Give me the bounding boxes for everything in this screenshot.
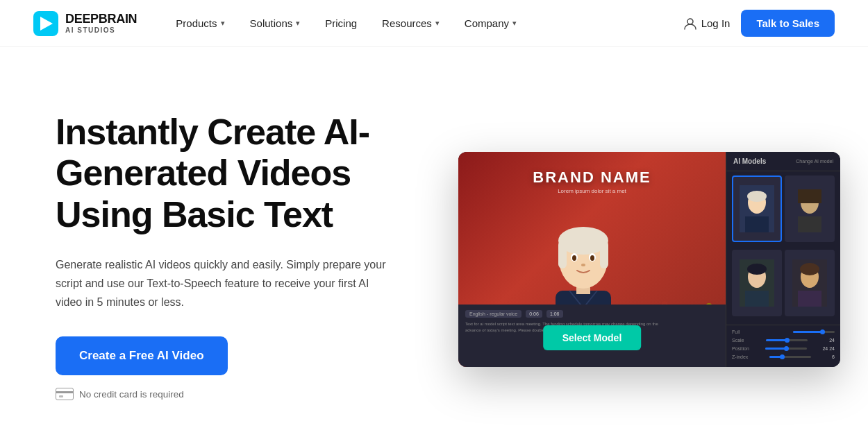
login-button[interactable]: Log In [683,17,731,31]
panel-title: AI Models [733,157,766,165]
nav-item-resources[interactable]: Resources ▾ [371,12,451,35]
model-face-4 [785,250,835,316]
model-card-2[interactable] [785,175,835,242]
svg-point-12 [572,255,576,261]
mockup-brand-name: BRAND NAME [458,169,726,187]
nav-item-pricing[interactable]: Pricing [314,12,368,35]
svg-point-2 [687,19,693,24]
ai-models-panel: AI Models Change AI model [726,152,840,367]
no-credit-card-notice: No credit card is required [56,388,417,400]
full-slider[interactable] [793,331,835,333]
select-model-button[interactable]: Select Model [543,325,642,350]
hero-section: Instantly Create AI-Generated Videos Usi… [0,47,868,437]
model-avatar-1 [740,185,774,232]
chevron-down-icon: ▾ [296,19,300,28]
brand-overlay: BRAND NAME Lorem ipsum dolor sit a met [458,169,726,194]
svg-rect-38 [745,291,769,307]
video-preview: BRAND NAME Lorem ipsum dolor sit a met [458,152,726,367]
nav-item-company[interactable]: Company ▾ [453,12,528,35]
svg-point-41 [800,263,819,275]
app-mockup: BRAND NAME Lorem ipsum dolor sit a met [458,152,840,367]
svg-rect-33 [798,189,821,203]
logo-icon [33,11,58,36]
prop-row-scale: Scale 24 [732,338,835,343]
time-badge-start: 0:06 [526,310,542,318]
prop-row-full: Full [732,329,835,334]
model-card-3[interactable] [732,250,782,316]
prop-row-position: Position 24 24 [732,346,835,351]
model-face-3 [732,250,782,316]
hero-content: Instantly Create AI-Generated Videos Usi… [56,112,417,401]
model-avatar-2 [792,185,827,232]
time-badge-end: 1:06 [546,310,563,318]
svg-point-37 [747,264,767,275]
chevron-down-icon: ▾ [221,19,225,28]
credit-card-icon [56,388,74,400]
model-face-1 [733,177,781,241]
chevron-down-icon: ▾ [512,19,517,28]
svg-rect-30 [745,216,769,232]
model-avatar-4 [792,259,827,307]
model-face-2 [785,175,835,242]
svg-rect-42 [798,291,821,307]
change-model-link[interactable]: Change AI model [796,159,833,164]
zindex-slider[interactable] [769,356,811,358]
logo-brand-name: DEEPBRAIN [65,12,137,26]
controls-top-row: English - regular voice 0:06 1:06 [465,310,719,318]
create-free-video-button[interactable]: Create a Free AI Video [56,336,228,375]
prop-row-zindex: Z-index 6 [732,354,835,359]
nav-item-solutions[interactable]: Solutions ▾ [239,12,312,35]
model-avatar-3 [740,259,774,307]
hero-title: Instantly Create AI-Generated Videos Usi… [56,112,417,236]
hero-mockup: BRAND NAME Lorem ipsum dolor sit a met [458,145,840,367]
model-grid [726,171,840,325]
language-badge: English - regular voice [465,310,521,318]
svg-point-29 [747,191,767,202]
mockup-brand-sub: Lorem ipsum dolor sit a met [458,188,726,194]
nav-item-products[interactable]: Products ▾ [165,12,235,35]
hero-description: Generate realistic AI videos quickly and… [56,255,389,312]
position-slider[interactable] [765,348,807,350]
svg-point-14 [581,264,585,266]
chevron-down-icon: ▾ [435,19,440,28]
svg-point-13 [590,255,594,261]
svg-rect-8 [558,241,567,268]
model-card-4[interactable] [785,250,835,316]
nav-right: Log In Talk to Sales [683,10,835,37]
talk-to-sales-button[interactable]: Talk to Sales [741,10,835,37]
svg-rect-34 [798,216,821,232]
scale-slider[interactable] [766,339,808,341]
svg-rect-9 [600,241,608,268]
navigation: DEEPBRAIN AI STUDIOS Products ▾ Solution… [0,0,868,47]
model-card-1[interactable] [732,175,782,242]
logo-brand-sub: AI STUDIOS [65,26,137,34]
properties-panel: Full Scale 24 [726,325,840,367]
user-icon [683,17,697,31]
logo[interactable]: DEEPBRAIN AI STUDIOS [33,11,137,36]
nav-links: Products ▾ Solutions ▾ Pricing Resources… [165,12,683,35]
